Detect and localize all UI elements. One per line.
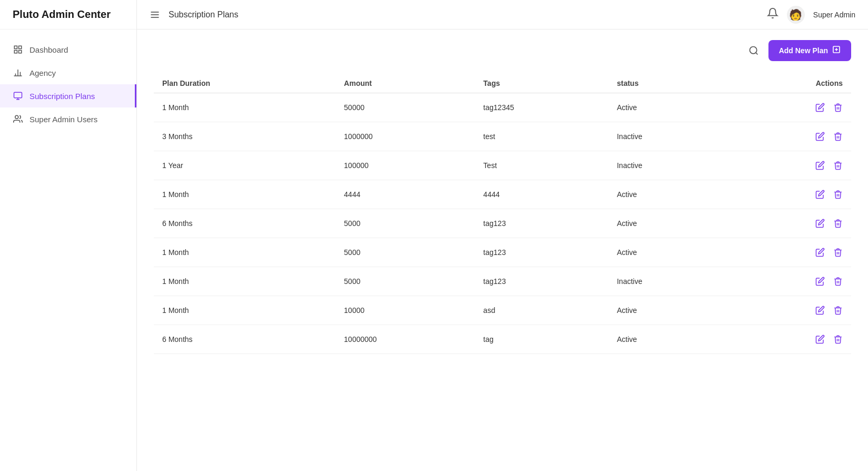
cell-plan_duration: 1 Month (154, 296, 336, 325)
delete-button[interactable] (833, 248, 843, 257)
edit-button[interactable] (815, 335, 825, 344)
delete-button[interactable] (833, 132, 843, 141)
actions-cell (735, 335, 843, 344)
actions-cell (735, 103, 843, 112)
cell-status: Active (608, 296, 727, 325)
sidebar-item-subscription-plans[interactable]: Subscription Plans (0, 84, 136, 107)
cell-tags: tag123 (475, 267, 609, 296)
actions-cell (735, 306, 843, 315)
svg-point-9 (15, 115, 18, 119)
cell-actions (727, 209, 851, 238)
sidebar-item-label-dashboard: Dashboard (29, 45, 68, 54)
edit-button[interactable] (815, 277, 825, 286)
cell-amount: 100000 (336, 151, 475, 180)
col-tags: Tags (475, 74, 609, 93)
table-row: 1 Year100000TestInactive (154, 151, 851, 180)
delete-button[interactable] (833, 103, 843, 112)
cell-amount: 4444 (336, 180, 475, 209)
delete-button[interactable] (833, 277, 843, 286)
sidebar-item-label-agency: Agency (29, 68, 56, 77)
bar-chart-icon (13, 67, 23, 78)
add-new-plan-label: Add New Plan (779, 46, 828, 55)
table-row: 6 Months10000000tagActive (154, 325, 851, 354)
cell-tags: tag (475, 325, 609, 354)
cell-actions (727, 180, 851, 209)
cell-status: Inactive (608, 122, 727, 151)
svg-rect-0 (14, 46, 17, 48)
cell-tags: 4444 (475, 180, 609, 209)
cell-amount: 1000000 (336, 122, 475, 151)
cell-status: Active (608, 238, 727, 267)
edit-button[interactable] (815, 219, 825, 228)
cell-actions (727, 267, 851, 296)
menu-icon[interactable] (150, 9, 160, 20)
cell-status: Active (608, 209, 727, 238)
svg-rect-3 (19, 51, 22, 53)
cell-tags: asd (475, 296, 609, 325)
table-row: 1 Month5000tag123Active (154, 238, 851, 267)
grid-icon (13, 44, 23, 55)
app-logo: Pluto Admin Center (0, 0, 136, 30)
cell-plan_duration: 6 Months (154, 325, 336, 354)
delete-button[interactable] (833, 219, 843, 228)
sidebar-item-label-subscription-plans: Subscription Plans (29, 92, 95, 101)
cell-status: Active (608, 325, 727, 354)
add-new-plan-button[interactable]: Add New Plan (768, 40, 851, 61)
cell-amount: 10000000 (336, 325, 475, 354)
svg-line-14 (756, 53, 758, 55)
topbar-right: 🧑 Super Admin (767, 6, 855, 24)
cell-status: Active (608, 180, 727, 209)
sidebar-nav: Dashboard Agency Subscriptio (0, 30, 136, 471)
bell-icon[interactable] (767, 7, 778, 22)
delete-button[interactable] (833, 306, 843, 315)
actions-cell (735, 132, 843, 141)
sidebar: Pluto Admin Center Dashboard A (0, 0, 137, 471)
main-area: Subscription Plans 🧑 Super Admin A (137, 0, 868, 471)
edit-button[interactable] (815, 132, 825, 141)
table-row: 3 Months1000000testInactive (154, 122, 851, 151)
cell-actions (727, 93, 851, 122)
edit-button[interactable] (815, 190, 825, 199)
cell-tags: tag123 (475, 209, 609, 238)
col-actions: Actions (727, 74, 851, 93)
cell-amount: 50000 (336, 93, 475, 122)
actions-bar: Add New Plan (154, 40, 851, 61)
delete-button[interactable] (833, 335, 843, 344)
receipt-icon (13, 91, 23, 101)
edit-button[interactable] (815, 248, 825, 257)
cell-plan_duration: 1 Month (154, 267, 336, 296)
delete-button[interactable] (833, 161, 843, 170)
table-row: 6 Months5000tag123Active (154, 209, 851, 238)
cell-amount: 5000 (336, 238, 475, 267)
sidebar-item-label-super-admin-users: Super Admin Users (29, 115, 97, 124)
cell-status: Active (608, 93, 727, 122)
content-area: Add New Plan Plan Duration Amount T (137, 30, 868, 471)
svg-rect-8 (14, 92, 22, 98)
cell-plan_duration: 1 Month (154, 238, 336, 267)
edit-button[interactable] (815, 161, 825, 170)
page-title: Subscription Plans (169, 10, 758, 19)
avatar: 🧑 (787, 6, 805, 24)
cell-actions (727, 122, 851, 151)
actions-cell (735, 248, 843, 257)
actions-cell (735, 219, 843, 228)
cell-tags: tag123 (475, 238, 609, 267)
cell-plan_duration: 1 Month (154, 180, 336, 209)
sidebar-item-dashboard[interactable]: Dashboard (0, 38, 136, 61)
cell-amount: 5000 (336, 267, 475, 296)
actions-cell (735, 190, 843, 199)
plus-square-icon (832, 45, 841, 56)
svg-rect-2 (14, 51, 17, 53)
sidebar-item-agency[interactable]: Agency (0, 61, 136, 84)
sidebar-item-super-admin-users[interactable]: Super Admin Users (0, 107, 136, 131)
cell-amount: 5000 (336, 209, 475, 238)
cell-status: Inactive (608, 267, 727, 296)
col-amount: Amount (336, 74, 475, 93)
edit-button[interactable] (815, 103, 825, 112)
svg-point-13 (749, 47, 756, 54)
edit-button[interactable] (815, 306, 825, 315)
delete-button[interactable] (833, 190, 843, 199)
col-status: status (608, 74, 727, 93)
search-button[interactable] (745, 42, 762, 59)
cell-tags: test (475, 122, 609, 151)
